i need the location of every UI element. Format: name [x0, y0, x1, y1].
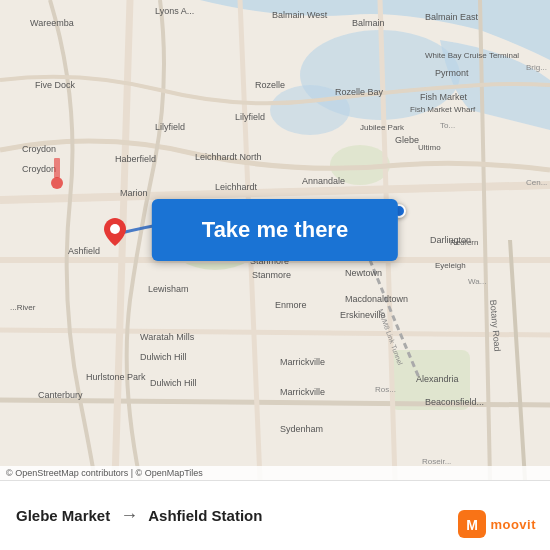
svg-text:Leichhardt: Leichhardt: [215, 182, 258, 192]
svg-text:Newtown: Newtown: [345, 268, 382, 278]
svg-text:Fish Market Wharf: Fish Market Wharf: [410, 105, 476, 114]
svg-text:Marion: Marion: [120, 188, 148, 198]
svg-text:Rozelle Bay: Rozelle Bay: [335, 87, 384, 97]
svg-text:Lewisham: Lewisham: [148, 284, 189, 294]
svg-text:Enmore: Enmore: [275, 300, 307, 310]
svg-text:Rozelle: Rozelle: [255, 80, 285, 90]
svg-text:Lilyfield: Lilyfield: [235, 112, 265, 122]
direction-arrow: →: [120, 505, 138, 526]
svg-text:Cen...: Cen...: [526, 178, 547, 187]
svg-text:Marrickville: Marrickville: [280, 387, 325, 397]
svg-text:Lilyfield: Lilyfield: [155, 122, 185, 132]
origin-label: Glebe Market: [16, 507, 110, 524]
svg-text:Canterbury: Canterbury: [38, 390, 83, 400]
svg-text:Five Dock: Five Dock: [35, 80, 76, 90]
svg-text:Croydon: Croydon: [22, 144, 56, 154]
svg-text:Balmain East: Balmain East: [425, 12, 479, 22]
svg-text:Roseir...: Roseir...: [422, 457, 451, 466]
svg-text:Annandale: Annandale: [302, 176, 345, 186]
destination-label: Ashfield Station: [148, 507, 262, 524]
origin-marker: [104, 218, 126, 250]
svg-text:Ashfield: Ashfield: [68, 246, 100, 256]
svg-text:To...: To...: [440, 121, 455, 130]
svg-text:White Bay Cruise Terminal: White Bay Cruise Terminal: [425, 51, 519, 60]
svg-text:Jubilee Park: Jubilee Park: [360, 123, 405, 132]
svg-text:Waratah Mills: Waratah Mills: [140, 332, 195, 342]
svg-text:Leichhardt North: Leichhardt North: [195, 152, 262, 162]
svg-text:Lyons A...: Lyons A...: [155, 6, 194, 16]
svg-text:Wa...: Wa...: [468, 277, 486, 286]
footer-bar: Glebe Market → Ashfield Station M moovit: [0, 480, 550, 550]
svg-text:Sydenham: Sydenham: [280, 424, 323, 434]
svg-text:Redfern: Redfern: [450, 238, 478, 247]
take-me-there-button[interactable]: Take me there: [152, 199, 398, 261]
svg-text:Alexandria: Alexandria: [416, 374, 459, 384]
cta-button-overlay: Take me there: [152, 199, 398, 261]
svg-text:Haberfield: Haberfield: [115, 154, 156, 164]
svg-text:Hurlstone Park: Hurlstone Park: [86, 372, 146, 382]
svg-text:Fish Market: Fish Market: [420, 92, 468, 102]
svg-text:...River: ...River: [10, 303, 36, 312]
svg-text:Eyeleigh: Eyeleigh: [435, 261, 466, 270]
svg-text:Ultimo: Ultimo: [418, 143, 441, 152]
map-attribution: © OpenStreetMap contributors | © OpenMap…: [0, 466, 550, 480]
svg-point-71: [51, 177, 63, 189]
svg-text:Brig...: Brig...: [526, 63, 547, 72]
svg-text:Croydon: Croydon: [22, 164, 56, 174]
svg-text:Balmain: Balmain: [352, 18, 385, 28]
moovit-icon: M: [458, 510, 486, 538]
svg-text:Marrickville: Marrickville: [280, 357, 325, 367]
svg-text:M: M: [467, 517, 479, 533]
moovit-logo: M moovit: [458, 510, 536, 538]
svg-text:Dulwich Hill: Dulwich Hill: [150, 378, 197, 388]
map-container: Wareemba Lyons A... Balmain West Balmain…: [0, 0, 550, 480]
svg-text:Macdonaldtown: Macdonaldtown: [345, 294, 408, 304]
svg-point-73: [110, 224, 120, 234]
svg-text:Wareemba: Wareemba: [30, 18, 74, 28]
svg-rect-72: [54, 158, 60, 178]
svg-text:Pyrmont: Pyrmont: [435, 68, 469, 78]
svg-text:Stanmore: Stanmore: [252, 270, 291, 280]
svg-text:Dulwich Hill: Dulwich Hill: [140, 352, 187, 362]
svg-text:Beaconsfield...: Beaconsfield...: [425, 397, 484, 407]
svg-text:Ros...: Ros...: [375, 385, 396, 394]
svg-text:Balmain West: Balmain West: [272, 10, 328, 20]
svg-text:Glebe: Glebe: [395, 135, 419, 145]
moovit-text: moovit: [490, 517, 536, 532]
